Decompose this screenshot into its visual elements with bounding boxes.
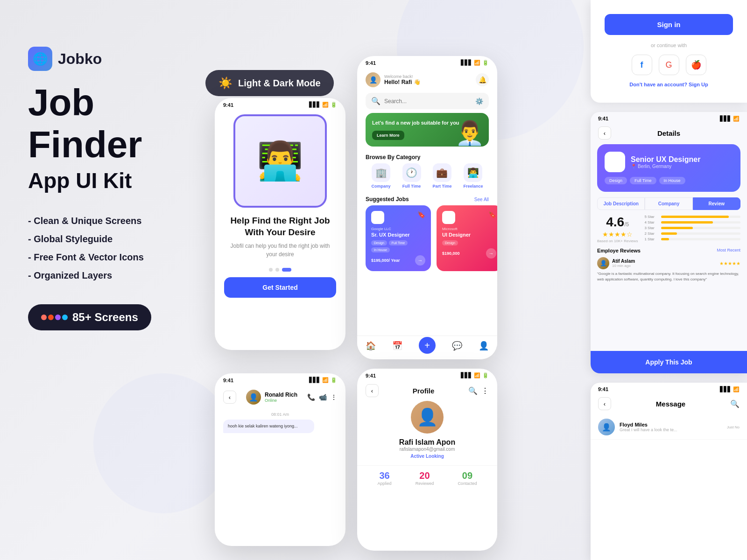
phone2-status: 9:41 ▋▋▋ 📶 🔋 bbox=[357, 56, 497, 68]
see-all-link[interactable]: See All bbox=[474, 197, 489, 202]
phone3-time: 9:41 bbox=[223, 378, 233, 383]
filter-icon[interactable]: ⚙️ bbox=[475, 98, 483, 105]
chat-back-button[interactable]: ‹ bbox=[223, 391, 236, 404]
phone-chat: 9:41 ▋▋▋ 📶 🔋 ‹ 👤 Ronald Rich Online 📞 📹 … bbox=[215, 373, 345, 546]
apply-this-job-button[interactable]: Apply This Job bbox=[591, 351, 747, 373]
onboarding-title: Help Find the Right Job With Your Desire bbox=[226, 215, 334, 238]
category-company[interactable]: 🏢 Company bbox=[372, 163, 391, 189]
message-back-button[interactable]: ‹ bbox=[598, 397, 611, 410]
nav-calendar-icon[interactable]: 📅 bbox=[392, 341, 402, 354]
phone-home: 9:41 ▋▋▋ 📶 🔋 👤 Welcome back! Hello! Rafi… bbox=[357, 56, 497, 359]
bar-3star: 3 Star bbox=[644, 226, 740, 230]
search-profile-icon[interactable]: 🔍 bbox=[468, 386, 478, 395]
screens-badge: 85+ Screens bbox=[28, 304, 151, 330]
bar-4star: 4 Star bbox=[644, 220, 740, 224]
onboarding-dots bbox=[215, 268, 345, 272]
or-text: or continue with bbox=[605, 42, 733, 48]
app-name: Jobko bbox=[58, 50, 102, 68]
notification-bell[interactable]: 🔔 bbox=[476, 73, 489, 86]
msg-timestamp: 08:01 Am bbox=[223, 412, 337, 417]
details-header: ‹ Details bbox=[591, 124, 747, 144]
apply-arrow-1[interactable]: → bbox=[415, 255, 425, 266]
message-search-icon[interactable]: 🔍 bbox=[730, 399, 740, 408]
bookmark-icon-2[interactable]: 🔖 bbox=[488, 211, 496, 224]
rating-bars: 5 Star 4 Star 3 Star 2 Star 1 Star bbox=[644, 215, 740, 243]
stat-reviewed: 20 Reviewed bbox=[416, 470, 434, 486]
message-panel: 9:41 ▋▋▋ 📶 ‹ Message 🔍 👤 Floyd Miles Gre… bbox=[591, 383, 747, 560]
search-input[interactable] bbox=[384, 98, 472, 105]
job-title-2: UI Designer bbox=[442, 232, 496, 238]
category-freelance[interactable]: 👨‍💻 Freelance bbox=[463, 163, 483, 189]
nav-profile-icon[interactable]: 👤 bbox=[479, 341, 489, 354]
more-profile-icon[interactable]: ⋮ bbox=[481, 386, 489, 395]
profile-name: Rafi Islam Apon bbox=[357, 438, 497, 447]
apple-button[interactable]: 🍎 bbox=[686, 55, 706, 75]
tab-job-description[interactable]: Job Description bbox=[597, 197, 645, 210]
profile-email: rafislamapon4@gmail.com bbox=[357, 447, 497, 452]
details-back-button[interactable]: ‹ bbox=[598, 126, 611, 140]
more-icon[interactable]: ⋮ bbox=[331, 393, 337, 401]
phone3-status: 9:41 ▋▋▋ 📶 🔋 bbox=[215, 373, 345, 385]
facebook-button[interactable]: f bbox=[632, 55, 652, 75]
app-icon: 🌐 bbox=[28, 47, 52, 71]
category-parttime[interactable]: 💼 Part Time bbox=[433, 163, 452, 189]
left-section: 🌐 Jobko Job Finder App UI Kit - Clean & … bbox=[28, 47, 215, 330]
bookmark-icon[interactable]: 🔖 bbox=[417, 211, 425, 224]
reviews-title: Employe Reviews bbox=[597, 248, 641, 253]
message-list-item[interactable]: 👤 Floyd Miles Great I will have a look t… bbox=[591, 415, 747, 440]
job-card-1[interactable]: G 🔖 Google LLC Sr. UX Designer Design Fu… bbox=[366, 205, 431, 271]
details-location: 📍 Berlin, Germany bbox=[631, 164, 700, 169]
category-fulltime[interactable]: 🕐 Full Time bbox=[402, 163, 421, 189]
user-avatar: 👤 bbox=[366, 72, 381, 87]
dont-have-text: Don't have an account? Sign Up bbox=[605, 82, 733, 87]
suggested-label: Suggested Jobs bbox=[366, 196, 409, 203]
job-banner: Let's find a new job suitable for you Le… bbox=[366, 113, 489, 147]
reviewer-time: 10 min ago bbox=[612, 264, 635, 268]
tab-company[interactable]: Company bbox=[645, 197, 692, 210]
details-status: 9:41 ▋▋▋ 📶 bbox=[591, 112, 747, 124]
call-icon[interactable]: 📞 bbox=[307, 393, 315, 401]
phone1-status: 9:41 ▋▋▋ 📶 🔋 bbox=[215, 98, 345, 110]
signup-link[interactable]: Sign Up bbox=[689, 82, 708, 87]
job-card-2[interactable]: M 🔖 Microsoft UI Designer Design $190,00… bbox=[437, 205, 497, 271]
google-logo: G bbox=[371, 211, 384, 224]
nav-chat-icon[interactable]: 💬 bbox=[452, 341, 462, 354]
main-title-line2: Finder bbox=[28, 126, 215, 163]
signin-panel: Sign in or continue with f G 🍎 Don't hav… bbox=[591, 0, 747, 103]
signin-button[interactable]: Sign in bbox=[605, 14, 733, 35]
reviewer-avatar: 👤 bbox=[597, 257, 609, 269]
details-hero-card: G Senior UX Designer 📍 Berlin, Germany D… bbox=[597, 144, 740, 192]
learn-more-button[interactable]: Learn More bbox=[372, 131, 404, 140]
tab-review[interactable]: Review bbox=[693, 197, 740, 210]
chat-header: ‹ 👤 Ronald Rich Online 📞 📹 ⋮ bbox=[215, 385, 345, 408]
onboarding-text: Help Find the Right Job With Your Desire… bbox=[215, 208, 345, 262]
profile-header: ‹ Profile 🔍 ⋮ bbox=[357, 380, 497, 401]
profile-back-button[interactable]: ‹ bbox=[366, 384, 379, 397]
details-time: 9:41 bbox=[598, 116, 608, 122]
job-company-1: Google LLC bbox=[371, 227, 425, 231]
apply-arrow-2[interactable]: → bbox=[486, 248, 496, 259]
nav-add-button[interactable]: + bbox=[419, 337, 436, 354]
light-dark-badge: ☀️ Light & Dark Mode bbox=[205, 70, 334, 96]
chat-status: Online bbox=[265, 398, 297, 403]
category-label: Browse By Category bbox=[366, 154, 420, 161]
video-icon[interactable]: 📹 bbox=[319, 393, 327, 401]
rating-summary: 4.6/5 ★★★★☆ Based on 10K+ Reviews bbox=[597, 215, 638, 243]
details-tags: Design Full Time In House bbox=[605, 177, 733, 184]
job-tags-2: Design bbox=[442, 240, 496, 245]
bar-5star: 5 Star bbox=[644, 215, 740, 219]
get-started-button[interactable]: Get Started bbox=[224, 277, 336, 298]
nav-home-icon[interactable]: 🏠 bbox=[366, 341, 376, 354]
hello-text: Hello! Rafi 👋 bbox=[384, 79, 421, 85]
details-panel: 9:41 ▋▋▋ 📶 ‹ Details G Senior UX Designe… bbox=[591, 112, 747, 373]
msg-contact-avatar: 👤 bbox=[598, 419, 615, 435]
search-bar[interactable]: 🔍 ⚙️ bbox=[366, 93, 489, 109]
bottom-navigation: 🏠 📅 + 💬 👤 bbox=[357, 336, 497, 359]
job-company-2: Microsoft bbox=[442, 227, 496, 231]
most-recent-filter[interactable]: Most Recent bbox=[717, 248, 740, 253]
feature-2: - Global Styleguide bbox=[28, 234, 215, 245]
social-buttons: f G 🍎 bbox=[605, 55, 733, 75]
phone1-time: 9:41 bbox=[223, 102, 233, 108]
google-button[interactable]: G bbox=[659, 55, 679, 75]
banner-text: Let's find a new job suitable for you bbox=[372, 119, 459, 126]
